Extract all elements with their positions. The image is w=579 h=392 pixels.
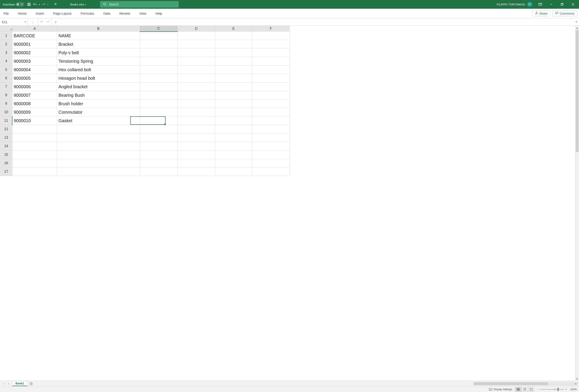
- cell-C6[interactable]: [140, 74, 178, 82]
- cell-A13[interactable]: [12, 133, 57, 142]
- redo-dropdown-icon[interactable]: ▾: [47, 3, 48, 6]
- cell-B2[interactable]: Bracket: [57, 40, 140, 49]
- row-header-13[interactable]: 13: [0, 133, 12, 142]
- tab-formulas[interactable]: Formulas: [79, 10, 96, 16]
- vscroll-thumb[interactable]: [576, 30, 579, 152]
- redo-icon[interactable]: [41, 2, 46, 7]
- cancel-formula-icon[interactable]: [40, 20, 43, 23]
- name-box[interactable]: C11 ▾: [0, 18, 28, 25]
- cell-C7[interactable]: [140, 82, 178, 91]
- cell-C13[interactable]: [140, 133, 178, 142]
- row-header-14[interactable]: 14: [0, 142, 12, 150]
- cell-F15[interactable]: [252, 150, 290, 159]
- row-header-3[interactable]: 3: [0, 49, 12, 57]
- tab-insert[interactable]: Insert: [34, 10, 46, 16]
- namebox-dropdown-icon[interactable]: ▾: [25, 21, 26, 23]
- cell-F6[interactable]: [252, 74, 290, 82]
- cell-F16[interactable]: [252, 159, 290, 167]
- cell-F11[interactable]: [252, 117, 290, 125]
- cell-B10[interactable]: Commutator: [57, 108, 140, 117]
- cell-F8[interactable]: [252, 91, 290, 100]
- search-box[interactable]: [100, 1, 179, 7]
- undo-icon[interactable]: [33, 2, 37, 7]
- cell-A14[interactable]: [12, 142, 57, 150]
- display-settings-button[interactable]: Display Settings: [489, 388, 512, 391]
- hscroll-thumb[interactable]: [474, 383, 548, 385]
- cell-E6[interactable]: [215, 74, 252, 82]
- add-sheet-icon[interactable]: [29, 381, 34, 386]
- cell-E12[interactable]: [215, 125, 252, 133]
- filename-dropdown-icon[interactable]: ▾: [85, 3, 86, 6]
- hscroll-right-icon[interactable]: ▸: [574, 382, 578, 385]
- cell-E8[interactable]: [215, 91, 252, 100]
- row-header-17[interactable]: 17: [0, 167, 12, 176]
- cell-A4[interactable]: 9000003: [12, 57, 57, 65]
- filename[interactable]: Book1.xlsx ▾: [70, 3, 86, 6]
- row-header-7[interactable]: 7: [0, 82, 12, 91]
- save-icon[interactable]: [27, 2, 31, 7]
- cell-D13[interactable]: [178, 133, 215, 142]
- cell-D15[interactable]: [178, 150, 215, 159]
- cell-A16[interactable]: [12, 159, 57, 167]
- user-area[interactable]: FILIPPO TORTOMASI FT: [497, 2, 532, 7]
- sheet-tabs-divider-icon[interactable]: ⋮: [469, 382, 471, 385]
- cell-B13[interactable]: [57, 133, 140, 142]
- qat-customize-icon[interactable]: [53, 2, 58, 7]
- cell-E13[interactable]: [215, 133, 252, 142]
- cell-D17[interactable]: [178, 167, 215, 176]
- row-header-10[interactable]: 10: [0, 108, 12, 117]
- col-header-E[interactable]: E: [215, 26, 252, 32]
- row-header-16[interactable]: 16: [0, 159, 12, 167]
- share-button[interactable]: Share: [532, 10, 550, 16]
- cell-B9[interactable]: Brush holder: [57, 100, 140, 108]
- row-header-12[interactable]: 12: [0, 125, 12, 133]
- cell-C9[interactable]: [140, 100, 178, 108]
- cell-F10[interactable]: [252, 108, 290, 117]
- cell-E7[interactable]: [215, 82, 252, 91]
- cell-E1[interactable]: [215, 32, 252, 40]
- row-header-11[interactable]: 11: [0, 117, 12, 125]
- undo-dropdown-icon[interactable]: ▾: [39, 3, 40, 6]
- cell-D5[interactable]: [178, 65, 215, 74]
- cell-D11[interactable]: [178, 117, 215, 125]
- cell-B15[interactable]: [57, 150, 140, 159]
- cell-B7[interactable]: Angled bracket: [57, 82, 140, 91]
- cell-D2[interactable]: [178, 40, 215, 49]
- minimize-icon[interactable]: [546, 0, 556, 9]
- cell-F13[interactable]: [252, 133, 290, 142]
- enter-formula-icon[interactable]: [46, 20, 49, 23]
- cell-D14[interactable]: [178, 142, 215, 150]
- row-header-15[interactable]: 15: [0, 150, 12, 159]
- cell-F2[interactable]: [252, 40, 290, 49]
- cell-E17[interactable]: [215, 167, 252, 176]
- cell-D7[interactable]: [178, 82, 215, 91]
- cell-E11[interactable]: [215, 117, 252, 125]
- cell-C8[interactable]: [140, 91, 178, 100]
- cell-B14[interactable]: [57, 142, 140, 150]
- row-header-9[interactable]: 9: [0, 100, 12, 108]
- toggle-switch[interactable]: Off: [16, 2, 24, 6]
- comments-button[interactable]: Comments: [552, 10, 577, 16]
- col-header-B[interactable]: B: [57, 26, 140, 32]
- cell-E9[interactable]: [215, 100, 252, 108]
- cell-A7[interactable]: 9000006: [12, 82, 57, 91]
- cell-C14[interactable]: [140, 142, 178, 150]
- sheet-tab-active[interactable]: Book1: [12, 381, 27, 386]
- cell-C15[interactable]: [140, 150, 178, 159]
- cell-F3[interactable]: [252, 49, 290, 57]
- cell-C11[interactable]: [140, 117, 178, 125]
- horizontal-scrollbar[interactable]: ◂ ▸: [473, 382, 578, 386]
- cell-D10[interactable]: [178, 108, 215, 117]
- sheet-nav-prev-icon[interactable]: ◂: [1, 382, 5, 385]
- cell-F7[interactable]: [252, 82, 290, 91]
- cell-A12[interactable]: [12, 125, 57, 133]
- cell-D4[interactable]: [178, 57, 215, 65]
- cell-F4[interactable]: [252, 57, 290, 65]
- cell-B4[interactable]: Tensioning Spring: [57, 57, 140, 65]
- scroll-up-icon[interactable]: ▴: [575, 26, 579, 30]
- cell-B17[interactable]: [57, 167, 140, 176]
- row-header-6[interactable]: 6: [0, 74, 12, 82]
- cell-A5[interactable]: 9000004: [12, 65, 57, 74]
- tab-help[interactable]: Help: [154, 10, 164, 16]
- col-header-F[interactable]: F: [252, 26, 290, 32]
